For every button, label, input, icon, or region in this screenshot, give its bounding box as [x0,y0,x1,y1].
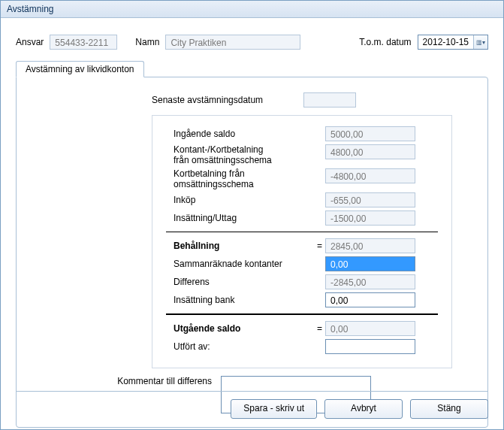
behallning-field: 2845,00 [325,238,415,253]
tabstrip: Avstämning av likvidkonton Senaste avstä… [16,60,488,428]
ansvar-field: 554433-2211 [50,35,117,50]
namn-label: Namn [135,37,159,47]
kortbet-field: -4800,00 [325,168,415,183]
differens-field: -2845,00 [325,274,415,289]
insut-field: -1500,00 [325,210,415,226]
utgaende-field: 0,00 [325,321,415,336]
senaste-label: Senaste avstämningsdatum [152,95,293,105]
kontant-field: 4800,00 [325,144,415,159]
inkop-field: -655,00 [325,192,415,207]
kortbet-label: Kortbetalning från omsättningsschema [166,168,315,189]
inkop-label: Inköp [166,195,315,205]
tab-panel: Senaste avstämningsdatum Ingående saldo … [16,77,488,428]
namn-field: City Praktiken [165,35,300,50]
balance-group: Ingående saldo 5000,00 Kontant-/Kortbeta… [152,115,452,368]
samman-field[interactable]: 0,00 [325,256,415,271]
ingaende-field: 5000,00 [325,126,415,141]
window-titlebar: Avstämning [1,1,503,18]
close-button[interactable]: Stäng [410,399,488,419]
cancel-button[interactable]: Avbryt [324,399,403,419]
tom-datum-label: T.o.m. datum [359,37,411,47]
save-print-button[interactable]: Spara - skriv ut [231,399,317,419]
senaste-field [303,92,356,108]
differens-label: Differens [166,277,315,287]
equals-sign: = [315,241,325,251]
window-title: Avstämning [7,4,53,14]
window-content: Ansvar 554433-2211 Namn City Praktiken T… [1,18,503,428]
calendar-icon[interactable]: ▥▾ [473,35,487,49]
ingaende-label: Ingående saldo [166,129,315,139]
header-row: Ansvar 554433-2211 Namn City Praktiken T… [16,35,488,50]
samman-label: Sammanräknade kontanter [166,259,315,269]
tom-datum-picker[interactable]: 2012-10-15 ▥▾ [418,35,488,50]
utfort-label: Utfört av: [166,341,315,352]
utgaende-label: Utgående saldo [166,323,315,334]
footer: Spara - skriv ut Avbryt Stäng [16,391,488,419]
comment-label: Kommentar till differens [77,376,221,386]
ansvar-label: Ansvar [16,37,44,47]
insut-label: Insättning/Uttag [166,213,315,223]
kontant-label: Kontant-/Kortbetalning från omsättningss… [166,144,315,165]
reconciliation-window: Avstämning Ansvar 554433-2211 Namn City … [0,0,504,430]
equals-sign-2: = [315,323,325,334]
behallning-label: Behållning [166,241,315,251]
tab-likvidkonton[interactable]: Avstämning av likvidkonton [16,61,144,77]
tom-datum-value: 2012-10-15 [418,35,473,49]
utfort-field[interactable] [325,339,415,354]
bank-label: Insättning bank [166,295,315,305]
bank-field[interactable]: 0,00 [325,292,415,307]
